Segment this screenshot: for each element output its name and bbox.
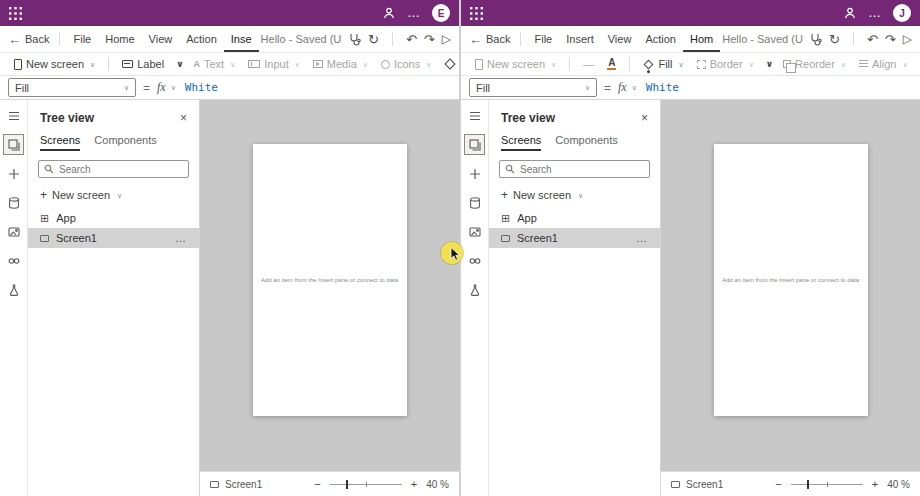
refresh-icon[interactable]: ↻ — [829, 33, 840, 46]
new-screen-panel-button[interactable]: + New screen ∨ — [28, 185, 199, 208]
overflow-chevron-icon[interactable]: ∨ — [763, 61, 776, 68]
menu-view[interactable]: View — [601, 26, 639, 52]
zoom-out-button[interactable]: − — [314, 478, 320, 490]
avatar[interactable]: E — [432, 4, 450, 22]
screen-artboard[interactable]: Add an item from the Insert pane or conn… — [714, 144, 868, 416]
data-icon[interactable] — [464, 192, 485, 213]
back-arrow-icon[interactable]: ← — [469, 32, 482, 47]
border-button[interactable]: Border ∨ — [691, 58, 760, 70]
tree-view-icon[interactable] — [464, 134, 485, 155]
insert-icon[interactable] — [3, 163, 24, 184]
tree-view-icon[interactable] — [3, 134, 24, 155]
back-button[interactable]: Back — [25, 33, 49, 45]
play-icon[interactable]: ▷ — [442, 32, 451, 46]
canvas-area[interactable]: Add an item from the Insert pane or conn… — [200, 100, 459, 471]
refresh-icon[interactable]: ↻ — [368, 33, 379, 46]
close-icon[interactable]: × — [641, 111, 648, 125]
item-more-icon[interactable]: … — [175, 232, 187, 244]
media-rail-icon[interactable] — [464, 221, 485, 242]
back-button[interactable]: Back — [486, 33, 510, 45]
data-icon[interactable] — [3, 192, 24, 213]
menu-file[interactable]: File — [66, 26, 98, 52]
studio-window-right: … J ← Back File Insert View Action Hom H… — [461, 0, 920, 496]
fx-dropdown[interactable]: fx ∨ — [157, 80, 176, 95]
advanced-tools-icon[interactable] — [464, 250, 485, 271]
hamburger-menu-icon[interactable] — [464, 105, 485, 126]
mixed-reality-button[interactable]: Mixed Reali — [438, 58, 459, 70]
label-split-chevron-icon[interactable]: ∨ — [173, 61, 186, 68]
label-button[interactable]: Label — [116, 58, 170, 70]
app-checker-icon[interactable] — [809, 33, 822, 46]
zoom-slider[interactable] — [791, 479, 863, 489]
search-box[interactable] — [499, 160, 650, 178]
menu-insert[interactable]: Inse — [224, 26, 259, 52]
account-icon[interactable] — [843, 6, 857, 20]
tab-components[interactable]: Components — [94, 132, 156, 151]
tab-components[interactable]: Components — [555, 132, 617, 151]
tests-icon[interactable] — [3, 279, 24, 300]
font-color-button[interactable]: A — [601, 58, 622, 70]
property-dropdown[interactable]: Fill ∨ — [469, 78, 597, 97]
menu-action[interactable]: Action — [179, 26, 224, 52]
app-checker-icon[interactable] — [348, 33, 361, 46]
search-box[interactable] — [38, 160, 189, 178]
menu-home[interactable]: Home — [98, 26, 141, 52]
tree-item-app[interactable]: ⊞ App — [489, 208, 660, 228]
tab-screens[interactable]: Screens — [501, 132, 541, 151]
slider-thumb[interactable] — [807, 480, 809, 489]
tab-screens[interactable]: Screens — [40, 132, 80, 151]
slider-thumb[interactable] — [346, 480, 348, 489]
fill-button[interactable]: Fill ∨ — [637, 58, 689, 70]
new-screen-panel-button[interactable]: + New screen ∨ — [489, 185, 660, 208]
zoom-in-button[interactable]: + — [411, 478, 417, 490]
close-icon[interactable]: × — [180, 111, 187, 125]
screen-artboard[interactable]: Add an item from the Insert pane or conn… — [253, 144, 407, 416]
menu-home[interactable]: Hom — [683, 26, 720, 52]
back-arrow-icon[interactable]: ← — [8, 32, 21, 47]
menu-action[interactable]: Action — [638, 26, 683, 52]
menu-insert[interactable]: Insert — [559, 26, 601, 52]
fx-dropdown[interactable]: fx ∨ — [618, 80, 637, 95]
account-icon[interactable] — [382, 6, 396, 20]
reorder-button[interactable]: Reorder ∨ — [777, 58, 852, 70]
waffle-icon[interactable] — [470, 7, 483, 20]
menu-view[interactable]: View — [142, 26, 180, 52]
item-more-icon[interactable]: … — [636, 232, 648, 244]
avatar[interactable]: J — [893, 4, 911, 22]
new-screen-button[interactable]: New screen ∨ — [469, 58, 562, 70]
zoom-in-button[interactable]: + — [872, 478, 878, 490]
waffle-icon[interactable] — [9, 7, 22, 20]
insert-icon[interactable] — [464, 163, 485, 184]
undo-icon[interactable]: ↶ — [867, 33, 878, 46]
tree-item-app[interactable]: ⊞ App — [28, 208, 199, 228]
redo-icon[interactable]: ↷ — [885, 33, 896, 46]
more-commands-icon[interactable]: … — [868, 8, 882, 18]
screen-icon — [671, 481, 680, 488]
formula-input[interactable]: White — [646, 81, 679, 94]
undo-icon[interactable]: ↶ — [406, 33, 417, 46]
search-input[interactable] — [520, 164, 644, 175]
icons-button[interactable]: Icons ∨ — [375, 58, 437, 70]
tree-item-screen1[interactable]: Screen1 … — [28, 228, 199, 248]
advanced-tools-icon[interactable] — [3, 250, 24, 271]
new-screen-button[interactable]: New screen ∨ — [8, 58, 101, 70]
zoom-slider[interactable] — [330, 479, 402, 489]
formula-input[interactable]: White — [185, 81, 218, 94]
input-button[interactable]: Input ∨ — [242, 58, 306, 70]
tests-icon[interactable] — [464, 279, 485, 300]
media-button[interactable]: Media ∨ — [307, 58, 374, 70]
redo-icon[interactable]: ↷ — [424, 33, 435, 46]
zoom-out-button[interactable]: − — [775, 478, 781, 490]
tree-item-screen1[interactable]: Screen1 … — [489, 228, 660, 248]
line-style-button[interactable]: — — [577, 59, 600, 70]
canvas-area[interactable]: Add an item from the Insert pane or conn… — [661, 100, 920, 471]
more-commands-icon[interactable]: … — [407, 8, 421, 18]
property-dropdown[interactable]: Fill ∨ — [8, 78, 136, 97]
menu-file[interactable]: File — [527, 26, 559, 52]
search-input[interactable] — [59, 164, 183, 175]
align-button[interactable]: Align ∨ — [853, 58, 914, 70]
text-button[interactable]: A Text ∨ — [187, 58, 241, 70]
hamburger-menu-icon[interactable] — [3, 105, 24, 126]
media-rail-icon[interactable] — [3, 221, 24, 242]
play-icon[interactable]: ▷ — [903, 32, 912, 46]
